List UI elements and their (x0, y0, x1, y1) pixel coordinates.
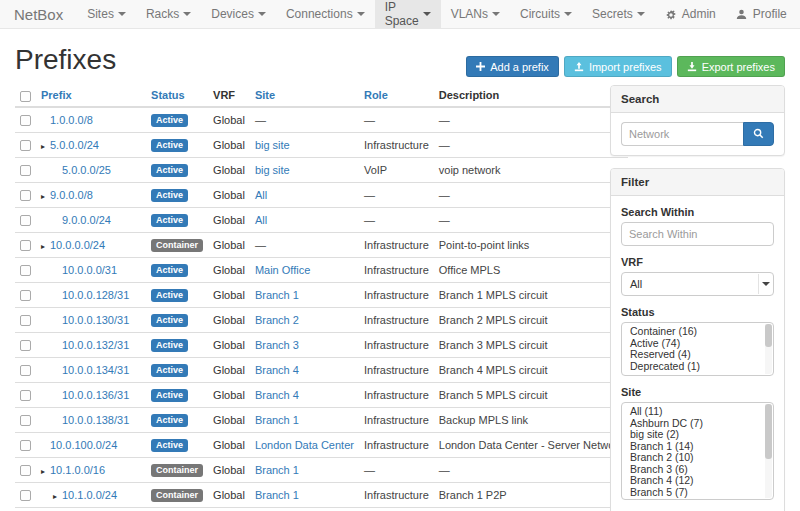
caret-right-icon: ▸ (41, 192, 50, 201)
scrollbar[interactable] (765, 404, 772, 498)
site-option[interactable]: Branch 2 (10) (622, 452, 773, 464)
description-text: Branch 4 MPLS circuit (434, 357, 629, 382)
admin-link[interactable]: Admin (655, 0, 726, 28)
profile-link[interactable]: Profile (726, 0, 797, 28)
search-button[interactable] (743, 122, 774, 146)
row-checkbox[interactable] (20, 215, 31, 226)
vrf-select[interactable]: All (621, 272, 774, 296)
navbar-item[interactable]: Connections (276, 0, 375, 28)
navbar-item[interactable]: VLANs (441, 0, 510, 28)
prefix-link[interactable]: 10.0.0.128/31 (62, 289, 129, 301)
site-option[interactable]: big site (2) (622, 429, 773, 441)
vrf-text: Global (208, 257, 250, 282)
column-header-site[interactable]: Site (250, 85, 359, 107)
table-row: ▸10.0.0.0/24 Container Global — Infrastr… (15, 232, 628, 257)
status-option[interactable]: Container (16) (622, 326, 773, 338)
prefix-link[interactable]: 5.0.0.0/25 (62, 164, 111, 176)
row-checkbox[interactable] (20, 415, 31, 426)
site-link[interactable]: Main Office (255, 264, 310, 276)
select-all-checkbox[interactable] (20, 91, 31, 102)
row-checkbox[interactable] (20, 165, 31, 176)
status-option[interactable]: Reserved (4) (622, 349, 773, 361)
table-row: ▸10.0.100.0/24 Active Global London Data… (15, 432, 628, 457)
prefix-link[interactable]: 9.0.0.0/24 (62, 214, 111, 226)
search-input[interactable] (621, 122, 743, 146)
caret-right-icon: ▸ (41, 242, 50, 251)
status-badge: Active (151, 189, 188, 202)
table-row: ▸1.0.0.0/8 Active Global — — — (15, 107, 628, 133)
prefix-link[interactable]: 10.0.0.136/31 (62, 389, 129, 401)
site-option[interactable]: All (11) (622, 406, 773, 418)
site-option[interactable]: Branch 4 (12) (622, 475, 773, 487)
prefix-link[interactable]: 10.0.0.130/31 (62, 314, 129, 326)
column-header-status[interactable]: Status (146, 85, 208, 107)
row-checkbox[interactable] (20, 340, 31, 351)
site-listbox[interactable]: All (11)Ashburn DC (7)big site (2)Branch… (621, 402, 774, 500)
site-link[interactable]: big site (255, 164, 290, 176)
column-header-role[interactable]: Role (359, 85, 434, 107)
row-checkbox[interactable] (20, 365, 31, 376)
site-link[interactable]: All (255, 214, 267, 226)
site-link[interactable]: London Data Center (255, 439, 354, 451)
site-link[interactable]: Branch 3 (255, 339, 299, 351)
prefix-link[interactable]: 10.0.0.134/31 (62, 364, 129, 376)
prefix-link[interactable]: 10.1.0.0/24 (62, 489, 117, 501)
row-checkbox[interactable] (20, 290, 31, 301)
site-link[interactable]: Branch 4 (255, 364, 299, 376)
column-header-prefix[interactable]: Prefix (36, 85, 146, 107)
description-text: Branch 1 MPLS circuit (434, 282, 629, 307)
navbar-item[interactable]: Racks (136, 0, 201, 28)
row-checkbox[interactable] (20, 140, 31, 151)
status-listbox[interactable]: Container (16)Active (74)Reserved (4)Dep… (621, 322, 774, 376)
site-link[interactable]: Branch 1 (255, 289, 299, 301)
table-row: ▸10.1.0.0/16 Container Global Branch 1 —… (15, 457, 628, 482)
navbar-item-label: Devices (211, 7, 254, 21)
prefix-link[interactable]: 10.0.0.132/31 (62, 339, 129, 351)
search-within-input[interactable] (621, 222, 774, 246)
navbar-item[interactable]: Devices (201, 0, 276, 28)
navbar-item[interactable]: Secrets (582, 0, 655, 28)
export-prefixes-button[interactable]: Export prefixes (677, 56, 785, 77)
prefix-link[interactable]: 10.0.0.138/31 (62, 414, 129, 426)
site-link[interactable]: Branch 4 (255, 389, 299, 401)
prefix-link[interactable]: 10.0.0.0/24 (50, 239, 105, 251)
prefix-link[interactable]: 5.0.0.0/24 (50, 139, 99, 151)
prefix-link[interactable]: 10.1.0.0/16 (50, 464, 105, 476)
description-text: — (434, 207, 629, 232)
navbar-item[interactable]: IP Space (375, 0, 441, 28)
prefix-link[interactable]: 10.0.100.0/24 (50, 439, 117, 451)
row-checkbox[interactable] (20, 115, 31, 126)
row-checkbox[interactable] (20, 490, 31, 501)
navbar-brand[interactable]: NetBox (0, 0, 77, 28)
prefix-link[interactable]: 1.0.0.0/8 (50, 114, 93, 126)
select-arrow-icon (758, 274, 772, 294)
prefix-table: Prefix Status VRF Site Role Description (15, 85, 628, 511)
prefix-link[interactable]: 9.0.0.0/8 (50, 189, 93, 201)
row-checkbox[interactable] (20, 440, 31, 451)
role-text: Infrastructure (359, 482, 434, 507)
prefix-link[interactable]: 10.0.0.0/31 (62, 264, 117, 276)
row-checkbox[interactable] (20, 190, 31, 201)
site-option[interactable]: COLO-1-24 (3) (622, 498, 773, 500)
add-prefix-button[interactable]: Add a prefix (466, 56, 559, 77)
row-checkbox[interactable] (20, 240, 31, 251)
site-link[interactable]: Branch 1 (255, 414, 299, 426)
row-checkbox[interactable] (20, 390, 31, 401)
navbar-item[interactable]: Circuits (510, 0, 582, 28)
site-link[interactable]: big site (255, 139, 290, 151)
status-badge: Active (151, 314, 188, 327)
navbar-item[interactable]: Sites (77, 0, 136, 28)
vrf-text: Global (208, 232, 250, 257)
import-prefixes-button[interactable]: Import prefixes (564, 56, 672, 77)
row-checkbox[interactable] (20, 265, 31, 276)
row-checkbox[interactable] (20, 315, 31, 326)
scrollbar[interactable] (765, 324, 772, 374)
site-link[interactable]: All (255, 189, 267, 201)
site-link[interactable]: Branch 1 (255, 464, 299, 476)
indent-spacer (41, 170, 53, 171)
site-link[interactable]: Branch 2 (255, 314, 299, 326)
row-checkbox[interactable] (20, 465, 31, 476)
navbar-menu: Sites Racks Devices Connections IP Space (77, 0, 655, 28)
site-link[interactable]: Branch 1 (255, 489, 299, 501)
status-option[interactable]: Deprecated (1) (622, 361, 773, 373)
